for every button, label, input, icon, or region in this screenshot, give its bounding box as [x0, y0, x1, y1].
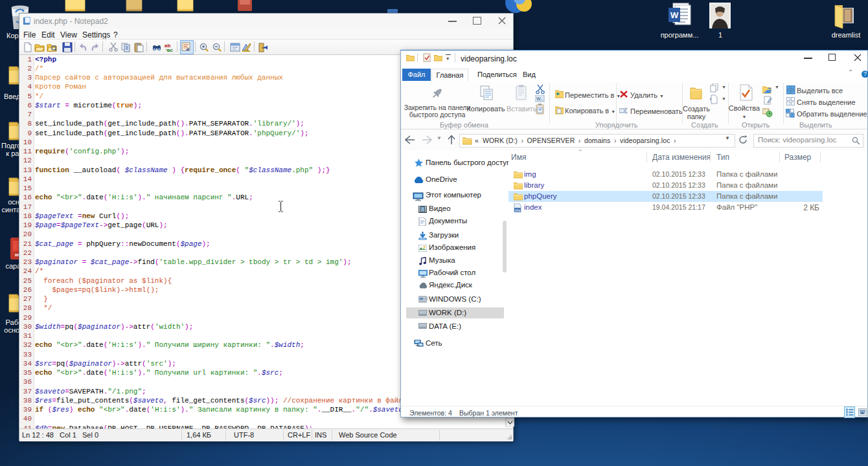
svg-text:W: W — [670, 10, 679, 20]
svg-text:W..: W.. — [536, 96, 543, 101]
svg-text:php: php — [515, 208, 521, 212]
svg-text:ac: ac — [167, 47, 173, 52]
